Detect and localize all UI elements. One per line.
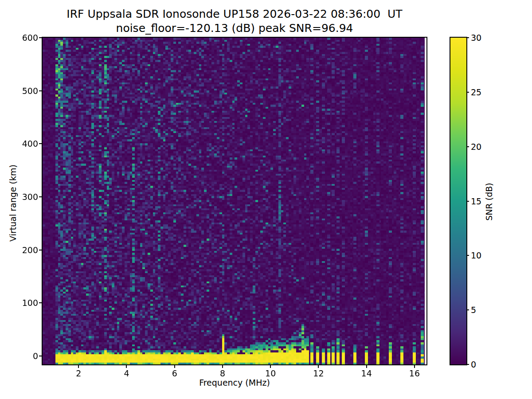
y-tick-label: 100: [16, 298, 38, 308]
x-tick-mark: [366, 365, 367, 368]
colorbar-tick-mark: [466, 309, 469, 310]
colorbar-tick-label: 10: [471, 250, 492, 260]
colorbar-tick-label: 25: [471, 87, 492, 97]
colorbar-tick-label: 30: [471, 33, 492, 43]
y-tick-mark: [39, 356, 42, 356]
x-tick-label: 6: [161, 368, 188, 378]
chart-title: IRF Uppsala SDR Ionosonde UP158 2026-03-…: [43, 8, 426, 20]
y-tick-mark: [39, 302, 42, 303]
y-tick-mark: [39, 37, 42, 38]
x-tick-label: 4: [113, 368, 140, 378]
colorbar-tick-label: 5: [471, 305, 492, 315]
colorbar-tick-label: 20: [471, 142, 492, 152]
colorbar-tick-label: 15: [471, 196, 492, 206]
y-tick-label: 500: [16, 86, 38, 96]
colorbar-tick-mark: [466, 37, 469, 38]
colorbar-gradient: [450, 38, 466, 364]
y-tick-mark: [39, 196, 42, 197]
chart-subtitle: noise_floor=-120.13 (dB) peak SNR=96.94: [43, 22, 426, 35]
y-tick-label: 0: [16, 351, 38, 361]
y-tick-mark: [39, 143, 42, 144]
x-tick-label: 12: [305, 368, 332, 378]
x-tick-mark: [78, 365, 79, 368]
y-tick-label: 300: [16, 192, 38, 202]
x-tick-label: 10: [257, 368, 284, 378]
x-tick-mark: [270, 365, 271, 368]
x-tick-mark: [414, 365, 415, 368]
x-tick-label: 8: [209, 368, 236, 378]
ionogram-figure: IRF Uppsala SDR Ionosonde UP158 2026-03-…: [0, 0, 532, 399]
x-tick-mark: [222, 365, 223, 368]
y-tick-label: 400: [16, 139, 38, 149]
x-tick-mark: [318, 365, 319, 368]
x-tick-mark: [174, 365, 175, 368]
colorbar-tick-mark: [466, 255, 469, 256]
colorbar-tick-mark: [466, 364, 469, 365]
colorbar-tick-mark: [466, 92, 469, 93]
y-tick-mark: [39, 90, 42, 91]
colorbar-tick-mark: [466, 146, 469, 147]
colorbar-tick-mark: [466, 201, 469, 202]
x-axis-label: Frequency (MHz): [43, 378, 426, 387]
y-tick-mark: [39, 250, 42, 250]
x-tick-mark: [126, 365, 127, 368]
colorbar-tick-label: 0: [471, 360, 492, 369]
ionogram-heatmap: [43, 38, 426, 364]
y-tick-label: 600: [16, 33, 38, 43]
x-tick-label: 16: [401, 368, 428, 378]
y-axis-label: Virtual range (km): [8, 164, 18, 242]
y-tick-label: 200: [16, 245, 38, 255]
x-tick-label: 2: [65, 368, 92, 378]
x-tick-label: 14: [353, 368, 380, 378]
